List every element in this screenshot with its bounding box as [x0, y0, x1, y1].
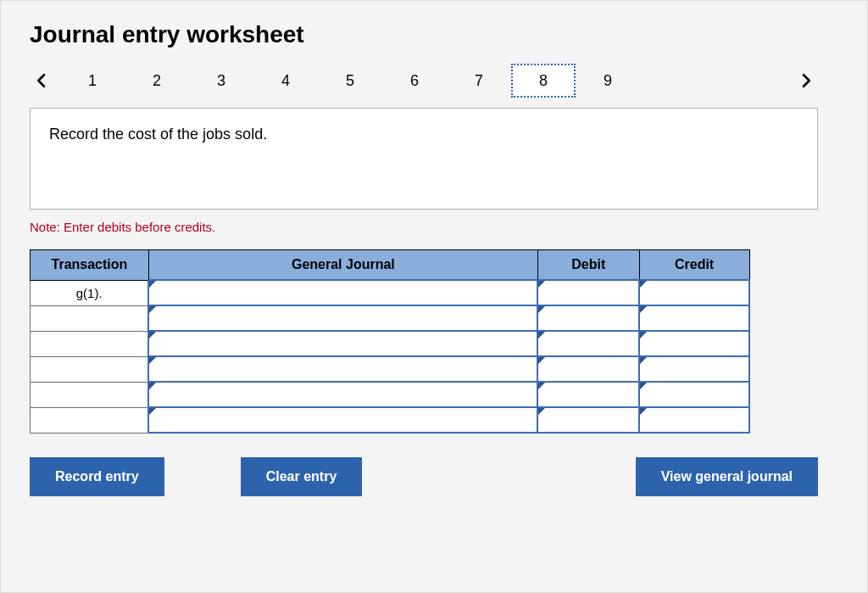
table-row: g(1). — [31, 280, 750, 305]
credit-cell[interactable] — [639, 356, 749, 382]
table-row — [31, 407, 750, 433]
tab-3[interactable]: 3 — [189, 64, 253, 98]
tab-5[interactable]: 5 — [318, 64, 382, 98]
tab-strip: 123456789 — [30, 64, 818, 98]
tab-4[interactable]: 4 — [253, 64, 318, 98]
debit-cell[interactable] — [537, 356, 639, 382]
table-row — [31, 331, 750, 356]
credit-cell[interactable] — [639, 305, 749, 331]
transaction-cell[interactable] — [31, 407, 149, 433]
table-row — [31, 382, 750, 407]
debit-cell[interactable] — [537, 382, 639, 407]
debit-cell[interactable] — [537, 280, 639, 305]
instruction-box: Record the cost of the jobs sold. — [30, 108, 818, 210]
tab-1[interactable]: 1 — [60, 64, 125, 98]
next-chevron-icon[interactable] — [794, 64, 818, 97]
table-row — [31, 356, 750, 382]
prev-chevron-icon[interactable] — [30, 64, 53, 97]
record-entry-button[interactable]: Record entry — [30, 457, 164, 496]
journal-cell[interactable] — [148, 382, 537, 407]
table-row — [31, 305, 750, 331]
transaction-cell[interactable] — [31, 331, 149, 356]
credit-cell[interactable] — [639, 280, 749, 305]
journal-cell[interactable] — [148, 407, 537, 433]
header-credit: Credit — [639, 250, 749, 281]
instruction-text: Record the cost of the jobs sold. — [49, 126, 267, 143]
header-transaction: Transaction — [31, 250, 149, 281]
journal-cell[interactable] — [148, 305, 537, 331]
note-text: Note: Enter debits before credits. — [30, 220, 838, 234]
worksheet-page: Journal entry worksheet 123456789 Record… — [0, 0, 868, 593]
journal-cell[interactable] — [148, 280, 537, 305]
journal-cell[interactable] — [148, 331, 537, 356]
tab-9[interactable]: 9 — [576, 64, 640, 98]
journal-cell[interactable] — [148, 356, 537, 382]
credit-cell[interactable] — [639, 407, 749, 433]
tab-6[interactable]: 6 — [382, 64, 447, 98]
transaction-cell[interactable] — [31, 305, 149, 331]
tab-2[interactable]: 2 — [125, 64, 189, 98]
view-general-journal-button[interactable]: View general journal — [636, 457, 818, 496]
transaction-cell[interactable] — [31, 382, 149, 407]
credit-cell[interactable] — [639, 382, 749, 407]
page-title: Journal entry worksheet — [30, 21, 838, 48]
header-general-journal: General Journal — [148, 250, 537, 281]
tab-7[interactable]: 7 — [447, 64, 511, 98]
tab-8[interactable]: 8 — [511, 64, 576, 98]
journal-table: Transaction General Journal Debit Credit… — [30, 249, 750, 434]
button-row: Record entry Clear entry View general jo… — [30, 457, 818, 496]
header-debit: Debit — [537, 250, 639, 281]
transaction-cell[interactable] — [31, 356, 149, 382]
clear-entry-button[interactable]: Clear entry — [241, 457, 363, 496]
debit-cell[interactable] — [537, 407, 639, 433]
debit-cell[interactable] — [537, 305, 639, 331]
transaction-cell[interactable]: g(1). — [31, 280, 149, 305]
credit-cell[interactable] — [639, 331, 749, 356]
debit-cell[interactable] — [537, 331, 639, 356]
